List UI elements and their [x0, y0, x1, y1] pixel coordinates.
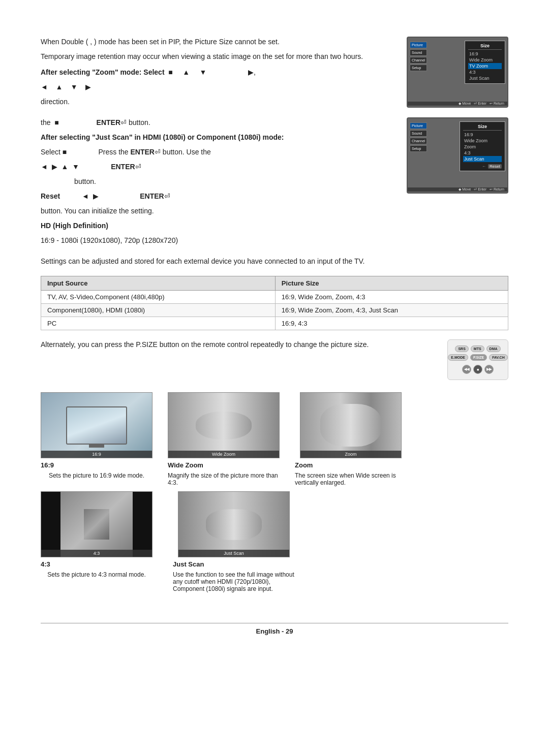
tv-menu-item-widezoom: Wide Zoom [468, 57, 502, 63]
just-scan-heading: After selecting "Just Scan" in HDMI (108… [41, 132, 391, 143]
demo-16-9-desc: Sets the picture to 16:9 wide mode. [49, 472, 144, 479]
tv2-tab-sound: Sound [410, 130, 427, 137]
remote-btn-fwd: ▶▶ [484, 365, 494, 374]
table-row: PC 16:9, 4:3 [41, 317, 508, 330]
tv2-reset-btn: Reset [488, 164, 502, 169]
remote-btn-favch: FAV.CH [489, 354, 508, 361]
table-cell-size-1: 16:9, Wide Zoom, Zoom, 4:3 [275, 291, 508, 304]
pic-demos-row1: 16:9 16:9 Sets the picture to 16:9 wide … [41, 392, 508, 486]
demo-just-scan-shape [206, 509, 262, 540]
remote-row-2: E.MODE P.SIZE FAV.CH [448, 354, 507, 361]
remote-note-text: Alternately, you can press the P.SIZE bu… [41, 339, 432, 350]
remote-row-3: ◀◀ ■ ▶▶ [462, 365, 494, 374]
tv2-tab-setup: Setup [410, 145, 427, 152]
tv-left-tabs-1: Picture Sound Channel Setup [410, 42, 427, 71]
tv-menu-2-title: Size [463, 124, 502, 131]
tv-footer-enter: ⏎ Enter [474, 102, 486, 106]
tv2-menu-item-169: 16:9 [463, 132, 502, 138]
para1: When Double ( , ) mode has been set in P… [41, 37, 391, 47]
settings-note: Settings can be adjusted and stored for … [41, 256, 508, 267]
remote-btn-psize: P.SIZE [470, 354, 487, 361]
tv-tab-sound: Sound [410, 49, 427, 56]
zoom-heading-label: After selecting "Zoom" mode: Select [41, 68, 165, 76]
table-cell-size-3: 16:9, 4:3 [275, 317, 508, 330]
remote-image: SRS MTS DMA E.MODE P.SIZE FAV.CH ◀◀ ■ ▶▶ [447, 339, 508, 380]
remote-btn-mts: MTS [471, 345, 484, 352]
tv2-tab-picture: Picture [410, 122, 427, 129]
demo-16-9-title: 16:9 [41, 461, 54, 469]
table-cell-size-2: 16:9, Wide Zoom, Zoom, 4:3, Just Scan [275, 304, 508, 317]
demo-16-9-tv [66, 406, 127, 445]
tv-tab-picture: Picture [410, 42, 427, 48]
hd-detail: 16:9 - 1080i (1920x1080), 720p (1280x720… [41, 235, 391, 246]
demo-wide-zoom-desc: Magnify the size of the picture more tha… [168, 472, 280, 486]
reset-desc: button. You can initialize the setting. [41, 206, 391, 216]
demo-4-3-right-bar [133, 492, 152, 557]
tv-tab-channel: Channel [410, 57, 427, 64]
demo-16-9: 16:9 16:9 Sets the picture to 16:9 wide … [41, 392, 152, 486]
remote-note-block: Alternately, you can press the P.SIZE bu… [41, 339, 508, 380]
intro-block-1: When Double ( , ) mode has been set in P… [41, 37, 508, 111]
tv2-icon-prev: ← [482, 164, 486, 169]
demo-16-9-stand [89, 445, 104, 448]
demo-just-scan-label: Just Scan [178, 550, 289, 557]
demo-4-3-label: 4:3 [41, 550, 152, 557]
input-source-table: Input Source Picture Size TV, AV, S-Vide… [41, 276, 508, 330]
demo-wide-zoom-frame: Wide Zoom [168, 392, 280, 458]
intro-text-col-2: the ■ ENTER⏎ button. After selecting "Ju… [41, 117, 391, 250]
table-row: TV, AV, S-Video,Component (480i,480p) 16… [41, 291, 508, 304]
intro-text-col-1: When Double ( , ) mode has been set in P… [41, 37, 391, 111]
demo-wide-zoom-title: Wide Zoom [168, 461, 203, 469]
tv2-menu-item-zoom: Zoom [463, 144, 502, 150]
tv-menu-item-justscan: Just Scan [468, 75, 502, 81]
page-footer: English - 29 [41, 623, 508, 635]
demo-4-3-content [60, 492, 133, 557]
demo-zoom-frame: Zoom [300, 392, 402, 458]
tv-menu-2: Size 16:9 Wide Zoom Zoom 4:3 Just Scan ←… [460, 121, 505, 171]
demo-4-3-frame: 4:3 [41, 491, 152, 557]
tv-footer-1: ◆ Move ⏎ Enter ↩ Return [408, 102, 507, 106]
demo-16-9-content [41, 393, 152, 458]
table-header-input: Input Source [41, 276, 276, 291]
demo-4-3-shape [84, 509, 109, 540]
tv-footer-2: ◆ Move ⏎ Enter ↩ Return [408, 187, 507, 192]
tv-menu-1: Size 16:9 Wide Zoom TV Zoom 4:3 Just Sca… [465, 41, 505, 84]
demo-zoom-title: Zoom [295, 461, 313, 469]
table-cell-source-2: Component(1080i), HDMI (1080i) [41, 304, 276, 317]
demo-16-9-label: 16:9 [41, 451, 152, 458]
table-row: Component(1080i), HDMI (1080i) 16:9, Wid… [41, 304, 508, 317]
zoom-direction: direction. [41, 97, 391, 107]
tv2-footer-return: ↩ Return [490, 187, 504, 192]
reset-label: Reset ◄ ▶ ENTER⏎ [41, 191, 391, 202]
demo-zoom-content [300, 393, 401, 458]
remote-btn-play: ■ [473, 365, 482, 374]
tv2-menu-item-43: 4:3 [463, 150, 502, 156]
just-scan-arrows: ◄ ▶ ▲ ▼ ENTER⏎ [41, 162, 391, 172]
zoom-arrows: ◄ ▲ ▼ ▶ [41, 82, 391, 92]
tv2-menu-item-justscan: Just Scan [463, 156, 502, 162]
intro-block-2: the ■ ENTER⏎ button. After selecting "Ju… [41, 117, 508, 250]
tv-footer-return: ↩ Return [490, 102, 504, 106]
tv2-menu-item-widezoom: Wide Zoom [463, 138, 502, 144]
tv-screenshot-2: Picture Sound Channel Setup Size 16:9 Wi… [407, 117, 508, 194]
tv-menu-item-169: 16:9 [468, 51, 502, 57]
demo-just-scan-frame: Just Scan [178, 491, 290, 557]
tv-tab-setup: Setup [410, 65, 427, 71]
remote-btn-srs: SRS [455, 345, 468, 352]
demo-16-9-frame: 16:9 [41, 392, 152, 458]
demo-zoom-shape [320, 404, 381, 447]
demo-wide-zoom-shape [196, 412, 252, 439]
page-content: When Double ( , ) mode has been set in P… [41, 37, 508, 635]
table-header-size: Picture Size [275, 276, 508, 291]
tv-menu-1-title: Size [468, 43, 502, 50]
demo-4-3-title: 4:3 [41, 560, 50, 568]
just-scan-select: Select ■ Press the ENTER⏎ button. Use th… [41, 147, 391, 158]
table-cell-source-1: TV, AV, S-Video,Component (480i,480p) [41, 291, 276, 304]
demo-4-3-left-bar [41, 492, 60, 557]
demo-just-scan: Just Scan Just Scan Use the function to … [173, 491, 295, 592]
remote-btn-dma: DMA [486, 345, 501, 352]
enter-label: ENTER [97, 118, 120, 127]
tv2-footer-enter: ⏎ Enter [474, 187, 486, 192]
tv-screenshot-1: Picture Sound Channel Setup Size 16:9 Wi… [407, 37, 508, 108]
tv-left-tabs-2: Picture Sound Channel Setup [410, 122, 427, 152]
